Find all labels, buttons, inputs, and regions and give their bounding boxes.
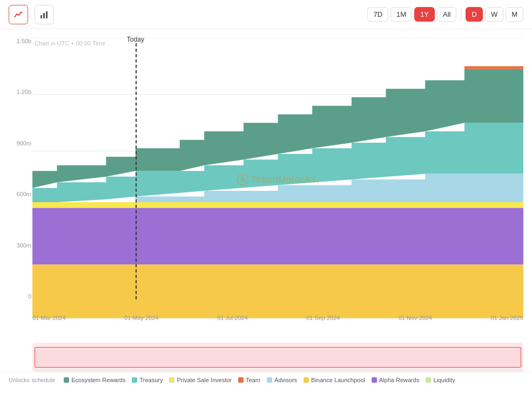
chart-note: Chart in UTC + 00:00 Time [35, 40, 105, 46]
team-label: Team [246, 377, 260, 383]
chart-type-buttons [9, 5, 54, 24]
x-label-5: 01 Nov 2024 [399, 315, 432, 321]
legend-item-treasury: Treasury [132, 377, 163, 383]
y-label-3: 900m [16, 140, 31, 146]
today-line [136, 38, 137, 299]
interval-w[interactable]: W [485, 7, 503, 22]
legend-item-alpha: Alpha Rewards [372, 377, 420, 383]
time-controls: 7D 1M 1Y All D W M [367, 7, 523, 22]
mini-selection[interactable] [35, 347, 521, 368]
liquidity-dot [426, 377, 431, 383]
bar-chart-button[interactable] [35, 5, 54, 24]
legend-item-binance: Binance Launchpool [304, 377, 365, 383]
legend-item-ecosystem: Ecosystem Rewards [64, 377, 125, 383]
legend-item-private-sale: Private Sale Investor [169, 377, 232, 383]
legend-item-liquidity: Liquidity [426, 377, 455, 383]
y-label-5: 300m [16, 242, 31, 249]
alpha-dot [372, 377, 377, 383]
binance-label: Binance Launchpool [311, 377, 365, 383]
legend-item-team: Team [238, 377, 260, 383]
liquidity-label: Liquidity [433, 377, 455, 383]
team-area [450, 66, 523, 69]
team-dot [238, 377, 244, 383]
legend-item-advisors: Advisors [267, 377, 297, 383]
y-label-4: 600m [16, 191, 31, 197]
y-label-2: 1.20b [16, 89, 31, 95]
svg-line-0 [21, 12, 22, 13]
time-1m[interactable]: 1M [390, 7, 412, 22]
interval-d[interactable]: D [466, 7, 482, 22]
x-label-2: 01 May 2024 [124, 315, 159, 321]
top-bar: 7D 1M 1Y All D W M [0, 0, 532, 29]
private-sale-area [32, 202, 523, 208]
x-label-6: 01 Jan 2025 [490, 315, 523, 321]
ecosystem-rewards-dot [64, 377, 69, 383]
advisors-dot [267, 377, 272, 383]
treasury-label: Treasury [139, 377, 163, 383]
binance-dot [304, 377, 309, 383]
mini-handle-right[interactable]: ⋮ [518, 343, 521, 372]
legend-title: Unlocks schedule [9, 377, 55, 383]
alpha-rewards-area [32, 208, 523, 264]
x-label-1: 01 Mar 2024 [32, 315, 66, 321]
x-label-4: 01 Sep 2024 [306, 315, 340, 321]
svg-rect-1 [41, 15, 42, 18]
legend: Unlocks schedule Ecosystem Rewards Treas… [0, 372, 532, 388]
y-label-1: 1.50b [16, 38, 31, 44]
chart-area: 1.50b 1.20b 900m 600m 300m 0 [0, 29, 532, 343]
treasury-dot [132, 377, 137, 383]
time-7d[interactable]: 7D [367, 7, 388, 22]
time-all[interactable]: All [437, 7, 456, 22]
mini-chart[interactable]: ⋮ ⋮ [32, 343, 523, 372]
chart-inner: 1.50b 1.20b 900m 600m 300m 0 [32, 38, 523, 321]
ecosystem-rewards-label: Ecosystem Rewards [71, 377, 125, 383]
grid-svg [32, 38, 523, 321]
alpha-label: Alpha Rewards [379, 377, 420, 383]
advisors-label: Advisors [274, 377, 297, 383]
y-label-6: 0 [28, 293, 31, 299]
private-sale-dot [169, 377, 174, 383]
y-axis-labels: 1.50b 1.20b 900m 600m 300m 0 [4, 38, 31, 299]
private-sale-label: Private Sale Investor [177, 377, 232, 383]
line-chart-button[interactable] [9, 5, 28, 24]
time-1y[interactable]: 1Y [414, 7, 435, 22]
svg-rect-2 [43, 13, 45, 18]
interval-m[interactable]: M [506, 7, 523, 22]
today-label: Today [125, 36, 146, 43]
x-label-3: 01 Jul 2024 [217, 315, 248, 321]
svg-rect-3 [46, 11, 48, 18]
x-axis-labels: 01 Mar 2024 01 May 2024 01 Jul 2024 01 S… [32, 310, 523, 321]
